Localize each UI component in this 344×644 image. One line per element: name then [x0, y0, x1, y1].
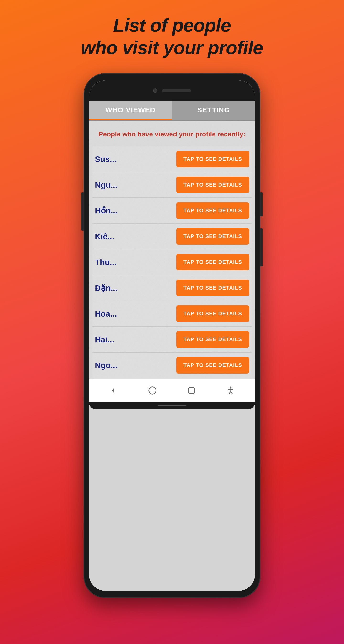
- phone-screen: WHO VIEWED SETTING People who have viewe…: [89, 80, 255, 591]
- svg-line-7: [231, 392, 232, 394]
- person-name: Hai...: [95, 335, 114, 344]
- svg-point-3: [230, 387, 232, 388]
- svg-rect-2: [189, 388, 194, 393]
- tab-who-viewed[interactable]: WHO VIEWED: [89, 101, 172, 120]
- power-button: [260, 192, 263, 216]
- volume-button: [81, 192, 84, 231]
- person-name: Ngu...: [95, 180, 117, 190]
- person-name: Hồn...: [95, 206, 117, 216]
- recents-button[interactable]: [186, 384, 198, 396]
- list-item: Ngu... TAP TO SEE DETAILS: [92, 172, 252, 198]
- tab-setting[interactable]: SETTING: [172, 101, 255, 120]
- list-item: Sus... TAP TO SEE DETAILS: [92, 146, 252, 172]
- tap-details-button[interactable]: TAP TO SEE DETAILS: [176, 305, 249, 322]
- person-name: Hoa...: [95, 309, 117, 318]
- page-title: List of people who visit your profile: [81, 14, 263, 59]
- tap-details-button[interactable]: TAP TO SEE DETAILS: [176, 202, 249, 219]
- home-button[interactable]: [146, 384, 158, 396]
- list-item: Ngo... TAP TO SEE DETAILS: [92, 352, 252, 378]
- person-name: Kiê...: [95, 232, 114, 241]
- list-item: Đặn... TAP TO SEE DETAILS: [92, 275, 252, 301]
- svg-point-1: [149, 387, 156, 394]
- person-name: Sus...: [95, 154, 117, 164]
- person-name: Thu...: [95, 258, 117, 267]
- person-name: Ngo...: [95, 361, 117, 370]
- phone-chin: [89, 402, 255, 409]
- phone-notch: [89, 80, 255, 101]
- back-button[interactable]: [107, 384, 119, 396]
- tap-details-button[interactable]: TAP TO SEE DETAILS: [176, 280, 249, 296]
- tap-details-button[interactable]: TAP TO SEE DETAILS: [176, 176, 249, 193]
- list-item: Hồn... TAP TO SEE DETAILS: [92, 198, 252, 224]
- list-item: Hoa... TAP TO SEE DETAILS: [92, 301, 252, 327]
- tap-details-button[interactable]: TAP TO SEE DETAILS: [176, 254, 249, 270]
- tap-details-button[interactable]: TAP TO SEE DETAILS: [176, 228, 249, 245]
- accessibility-button[interactable]: [225, 384, 237, 396]
- tab-bar: WHO VIEWED SETTING: [89, 101, 255, 121]
- tap-details-button[interactable]: TAP TO SEE DETAILS: [176, 357, 249, 374]
- tap-details-button[interactable]: TAP TO SEE DETAILS: [176, 151, 249, 168]
- front-camera: [153, 88, 157, 93]
- svg-marker-0: [112, 388, 114, 393]
- volume-button-right: [260, 228, 263, 266]
- list-item: Kiê... TAP TO SEE DETAILS: [92, 224, 252, 250]
- phone-mockup: WHO VIEWED SETTING People who have viewe…: [84, 73, 260, 598]
- tap-details-button[interactable]: TAP TO SEE DETAILS: [176, 331, 249, 348]
- list-item: Hai... TAP TO SEE DETAILS: [92, 327, 252, 352]
- list-item: Thu... TAP TO SEE DETAILS: [92, 250, 252, 275]
- content-area: People who have viewed your profile rece…: [89, 121, 255, 378]
- person-name: Đặn...: [95, 283, 117, 293]
- bottom-navigation: [89, 378, 255, 402]
- subtitle: People who have viewed your profile rece…: [89, 121, 255, 146]
- speaker: [162, 89, 191, 92]
- people-list: Sus... TAP TO SEE DETAILS Ngu... TAP TO …: [89, 146, 255, 378]
- home-indicator: [158, 405, 186, 406]
